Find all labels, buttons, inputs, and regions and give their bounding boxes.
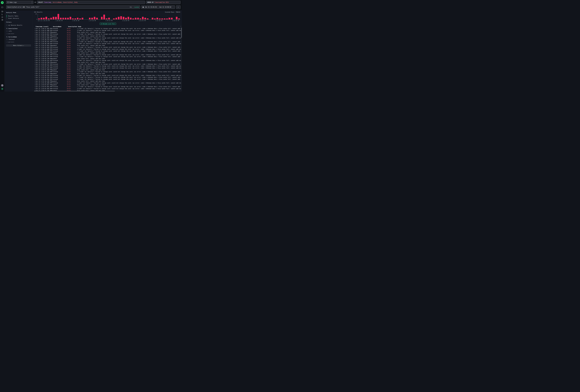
- row-expand-chevron-icon[interactable]: [34, 56, 35, 57]
- histogram-bar[interactable]: [178, 18, 180, 19]
- column-resize-handle[interactable]: [67, 26, 67, 27]
- dashboards-icon[interactable]: [1, 19, 3, 21]
- table-row[interactable]: Jun 11 1:55:59.767 PMfrontenderror× {"co…: [34, 63, 181, 65]
- histogram-bar[interactable]: [62, 18, 64, 19]
- table-row[interactable]: Jun 11 1:55:07.835 PMfrontenderror{"code…: [34, 88, 181, 90]
- histogram-bar[interactable]: [145, 18, 146, 19]
- histogram-bar[interactable]: [58, 14, 59, 19]
- table-row[interactable]: Jun 11 1:55:39.324 PMpaymenterrorVisa ca…: [34, 73, 181, 75]
- tab-results-table[interactable]: Results Table: [6, 15, 31, 17]
- histogram-bar[interactable]: [70, 17, 71, 19]
- histogram-bar[interactable]: [137, 18, 139, 19]
- row-expand-chevron-icon[interactable]: [34, 68, 35, 68]
- row-expand-chevron-icon[interactable]: [34, 71, 35, 72]
- horizontal-scrollbar[interactable]: [34, 91, 181, 92]
- histogram-bar[interactable]: [60, 18, 62, 19]
- help-button[interactable]: ?: [1, 84, 3, 87]
- tab-event-patterns[interactable]: Event Patterns: [6, 17, 31, 19]
- histogram-bar[interactable]: [142, 17, 144, 19]
- histogram-bar[interactable]: [118, 17, 120, 19]
- column-header-severitytext[interactable]: SeverityText: [67, 26, 77, 27]
- table-row[interactable]: Jun 11 1:55:16.296 PMpaymenterrorVisa ca…: [34, 80, 181, 82]
- histogram-bar[interactable]: [77, 18, 79, 19]
- column-header-servicename[interactable]: ServiceName: [52, 26, 67, 27]
- histogram-bar[interactable]: [116, 18, 117, 19]
- table-row[interactable]: Jun 11 1:56:32.843 PMpaymenterrorVisa ca…: [34, 44, 181, 46]
- histogram-bar[interactable]: [135, 18, 137, 19]
- table-row[interactable]: Jun 11 1:55:59.760 PMpaymenterrorVisa ca…: [34, 61, 181, 63]
- histogram-bar[interactable]: [154, 18, 156, 19]
- sessions-laptop-icon[interactable]: [1, 16, 3, 18]
- run-query-button[interactable]: ▷: [176, 5, 180, 9]
- row-expand-chevron-icon[interactable]: [34, 69, 35, 70]
- table-row[interactable]: Jun 11 1:55:39.331 PMfrontenderror× {"co…: [34, 76, 181, 78]
- histogram-bar[interactable]: [140, 18, 141, 19]
- histogram-bar[interactable]: [171, 18, 173, 19]
- row-expand-chevron-icon[interactable]: [34, 62, 35, 63]
- histogram-bar[interactable]: [113, 18, 115, 19]
- chart-explorer-icon[interactable]: [1, 13, 3, 15]
- histogram-bar[interactable]: [132, 18, 134, 19]
- table-row[interactable]: Jun 11 1:56:03.252 PMfrontenderror{"code…: [34, 59, 181, 61]
- denoise-checkbox[interactable]: [6, 25, 7, 26]
- column-header-body[interactable]: Body: [77, 26, 180, 27]
- language-option-lucene[interactable]: Lucene: [134, 6, 139, 8]
- histogram-bar[interactable]: [168, 18, 170, 19]
- load-more-severitytext[interactable]: Load more: [6, 33, 31, 34]
- histogram-bar[interactable]: [91, 18, 93, 19]
- table-row[interactable]: Jun 11 1:55:07.841 PMfrontenderror× {"co…: [34, 86, 181, 88]
- time-range-picker[interactable]: Jun 11 13:41:52 - Jun 11 13:56:52: [141, 5, 175, 9]
- table-row[interactable]: Jun 11 1:56:42.999 PMfrontenderror{"code…: [34, 37, 181, 39]
- table-row[interactable]: Jun 11 1:56:38.534 PMpaymenterrorVisa ca…: [34, 39, 181, 41]
- table-row[interactable]: Jun 11 1:55:16.302 PMfrontenderror× {"co…: [34, 78, 181, 80]
- user-avatar[interactable]: U: [1, 88, 3, 90]
- row-expand-chevron-icon[interactable]: [34, 51, 35, 51]
- histogram-bar[interactable]: [156, 18, 158, 19]
- table-row[interactable]: Jun 11 1:55:07.827 PMpaymenterrorVisa ca…: [34, 84, 181, 86]
- row-expand-chevron-icon[interactable]: [34, 54, 35, 55]
- horizontal-scrollbar-thumb[interactable]: [34, 91, 115, 92]
- search-input[interactable]: SeverityText:error AND "Visa cache full"…: [6, 5, 140, 9]
- histogram-bar[interactable]: [164, 18, 165, 19]
- histogram-bar[interactable]: [130, 18, 132, 19]
- table-row[interactable]: Jun 11 1:56:51.975 PMpaymenterrorVisa ca…: [34, 31, 181, 33]
- row-expand-chevron-icon[interactable]: [34, 45, 35, 46]
- histogram-bar[interactable]: [67, 18, 69, 19]
- more-filters-button[interactable]: More filters: [6, 44, 31, 46]
- histogram-bar[interactable]: [55, 17, 57, 19]
- table-row[interactable]: Jun 11 1:55:51.452 PMfrontenderror{"code…: [34, 67, 181, 69]
- table-row[interactable]: Jun 11 1:56:08.956 PMfrontenderror× {"co…: [34, 50, 181, 52]
- histogram-bar[interactable]: [79, 18, 81, 19]
- row-expand-chevron-icon[interactable]: [34, 28, 35, 29]
- histogram-bar[interactable]: [72, 18, 74, 19]
- histogram-bar[interactable]: [152, 18, 153, 19]
- row-expand-chevron-icon[interactable]: [34, 43, 35, 44]
- table-row[interactable]: Jun 11 1:56:08.948 PMpaymenterrorVisa ca…: [34, 52, 181, 54]
- row-expand-chevron-icon[interactable]: [34, 34, 35, 35]
- load-more-servicename[interactable]: Load more: [6, 41, 31, 43]
- histogram-bar[interactable]: [120, 16, 122, 19]
- histogram-bar[interactable]: [48, 18, 49, 19]
- table-row[interactable]: Jun 11 1:55:16.300 PMfrontenderror{"code…: [34, 82, 181, 84]
- histogram-bar[interactable]: [41, 18, 42, 19]
- histogram-bar[interactable]: [108, 18, 110, 19]
- row-expand-chevron-icon[interactable]: [34, 58, 35, 59]
- histogram-bar[interactable]: [89, 18, 91, 19]
- vertical-scrollbar[interactable]: [181, 28, 182, 91]
- row-expand-chevron-icon[interactable]: [34, 81, 35, 82]
- histogram-bar[interactable]: [38, 18, 40, 19]
- histogram-bar[interactable]: [103, 15, 105, 19]
- table-row[interactable]: Jun 11 1:55:39.330 PMfrontenderror{"code…: [34, 75, 181, 76]
- table-options-icon[interactable]: ⋮: [180, 26, 181, 27]
- table-row[interactable]: Jun 11 1:56:08.955 PMfrontenderror{"code…: [34, 54, 181, 56]
- source-selector[interactable]: Demo Logs: [6, 1, 33, 4]
- row-expand-chevron-icon[interactable]: [34, 84, 35, 85]
- histogram-bar[interactable]: [53, 17, 54, 19]
- row-expand-chevron-icon[interactable]: [34, 66, 35, 66]
- table-row[interactable]: Jun 11 1:54:52.241 PMpaymenterrorVisa ca…: [34, 90, 181, 91]
- language-option-sql[interactable]: SQL: [130, 6, 132, 8]
- histogram-bar[interactable]: [96, 18, 98, 19]
- table-row[interactable]: Jun 11 1:55:51.448 PMpaymenterrorVisa ca…: [34, 69, 181, 71]
- row-expand-chevron-icon[interactable]: [34, 39, 35, 40]
- search-logs-icon[interactable]: [1, 10, 3, 12]
